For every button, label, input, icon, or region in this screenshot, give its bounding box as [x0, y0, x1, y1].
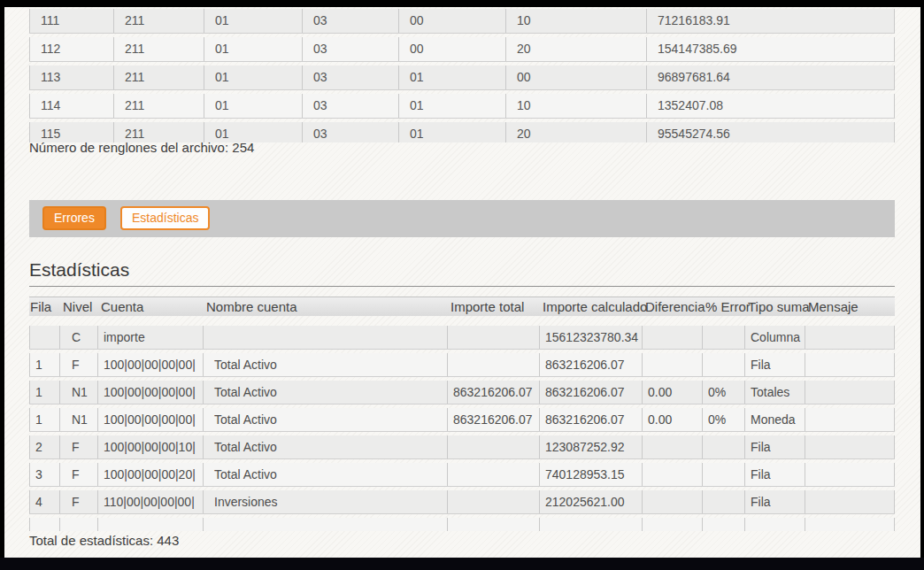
- table-cell: 100|00|00|00|20|: [98, 463, 204, 486]
- table-cell: 10: [506, 9, 647, 33]
- table-cell: [643, 326, 703, 349]
- table-cell: 154147385.69: [647, 37, 895, 61]
- table-row: 114211010301101352407.08: [29, 94, 895, 119]
- table-row: 1112110103001071216183.91: [29, 9, 895, 34]
- table-cell: 20: [506, 122, 647, 142]
- table-cell: 01: [399, 65, 506, 89]
- table-cell: N1: [60, 381, 98, 404]
- table-cell: [448, 353, 540, 376]
- table-cell: [805, 326, 895, 349]
- table-cell: 113: [29, 65, 114, 89]
- table-cell: Fila: [745, 353, 805, 376]
- table-cell: Total Activo: [204, 353, 448, 376]
- table-cell: 4: [29, 490, 60, 513]
- table-cell: Total Activo: [204, 381, 448, 404]
- table-cell: 212025621.00: [540, 490, 643, 513]
- table-cell: [448, 463, 540, 486]
- table-cell: [540, 518, 643, 531]
- table-cell: 211: [114, 9, 204, 33]
- table-cell: 112: [29, 37, 114, 61]
- table-cell: C: [60, 326, 98, 349]
- table-cell: [805, 490, 895, 513]
- table-cell: 10: [506, 94, 647, 118]
- table-cell: importe: [98, 326, 204, 349]
- table-cell: 01: [204, 94, 303, 118]
- table-cell: Nombre cuenta: [204, 297, 448, 316]
- table-row: 1F100|00|00|00|00|Total Activo863216206.…: [29, 353, 895, 377]
- table-row: 4F110|00|00|00|00|Inversiones212025621.0…: [29, 490, 895, 514]
- estadisticas-button[interactable]: Estadísticas: [120, 206, 210, 230]
- table-cell: 740128953.15: [540, 463, 643, 486]
- table-cell: [703, 353, 745, 376]
- table-cell: 211: [114, 94, 204, 118]
- table-cell: 863216206.07: [448, 381, 540, 404]
- table-row: [29, 518, 895, 531]
- table-cell: Fila: [745, 490, 805, 513]
- table-cell: [98, 518, 204, 531]
- table-cell: N1: [60, 408, 98, 431]
- table-cell: [805, 381, 895, 404]
- table-cell: [703, 490, 745, 513]
- table-cell: 1: [29, 353, 60, 376]
- table-cell: Moneda: [745, 408, 805, 431]
- table-cell: 01: [204, 65, 303, 89]
- table-cell: [703, 326, 745, 349]
- table-cell: 100|00|00|00|00|: [98, 353, 204, 376]
- section-title: Estadísticas: [29, 259, 129, 281]
- table-cell: [60, 518, 98, 531]
- table-cell: [805, 408, 895, 431]
- table-cell: 1352407.08: [647, 94, 895, 118]
- table-cell: [805, 353, 895, 376]
- table-cell: [745, 518, 805, 531]
- table-cell: [643, 490, 703, 513]
- table-cell: 0%: [703, 381, 745, 404]
- table-cell: Columna: [745, 326, 805, 349]
- stats-table-header: FilaNivelCuentaNombre cuentaImporte tota…: [29, 297, 895, 316]
- table-cell: 114: [29, 94, 114, 118]
- table-cell: F: [60, 490, 98, 513]
- errores-button[interactable]: Errores: [42, 206, 106, 230]
- table-cell: 03: [303, 65, 399, 89]
- table-cell: 211: [114, 37, 204, 61]
- table-cell: [703, 435, 745, 458]
- table-cell: Totales: [745, 381, 805, 404]
- table-cell: 0.00: [643, 408, 703, 431]
- table-cell: 00: [399, 9, 506, 33]
- table-cell: 96897681.64: [647, 65, 895, 89]
- table-cell: Inversiones: [204, 490, 448, 513]
- table-cell: 03: [303, 37, 399, 61]
- table-cell: [448, 518, 540, 531]
- table-cell: 111: [29, 9, 114, 33]
- table-cell: 863216206.07: [540, 353, 643, 376]
- table-cell: Diferencia: [643, 297, 703, 316]
- table-cell: Cuenta: [98, 297, 204, 316]
- table-cell: 863216206.07: [540, 408, 643, 431]
- table-cell: [643, 518, 703, 531]
- table-cell: 123087252.92: [540, 435, 643, 458]
- table-cell: F: [60, 463, 98, 486]
- table-cell: 2: [29, 435, 60, 458]
- table-cell: Tipo suma: [745, 297, 805, 316]
- table-cell: [805, 435, 895, 458]
- file-rows-table: 1112110103001071216183.91112211010300201…: [29, 9, 895, 142]
- table-cell: [204, 518, 448, 531]
- table-cell: Nivel: [60, 297, 98, 316]
- table-cell: Fila: [745, 435, 805, 458]
- table-cell: [643, 435, 703, 458]
- table-cell: 03: [303, 94, 399, 118]
- table-cell: 95545274.56: [647, 122, 895, 142]
- table-row: Cimporte15612323780.34Columna: [29, 326, 895, 350]
- tabs-toolbar: Errores Estadísticas: [29, 200, 895, 237]
- table-cell: [703, 463, 745, 486]
- table-cell: [448, 435, 540, 458]
- table-cell: 01: [399, 94, 506, 118]
- table-cell: 1: [29, 381, 60, 404]
- table-cell: 15612323780.34: [540, 326, 643, 349]
- table-cell: 3: [29, 463, 60, 486]
- rows-count-label: Número de renglones del archivo: 254: [29, 140, 254, 155]
- table-cell: 100|00|00|00|00|: [98, 381, 204, 404]
- bottom-frame-bar: [0, 558, 924, 570]
- table-cell: Importe calculado: [540, 297, 643, 316]
- table-cell: 110|00|00|00|00|: [98, 490, 204, 513]
- table-cell: [703, 518, 745, 531]
